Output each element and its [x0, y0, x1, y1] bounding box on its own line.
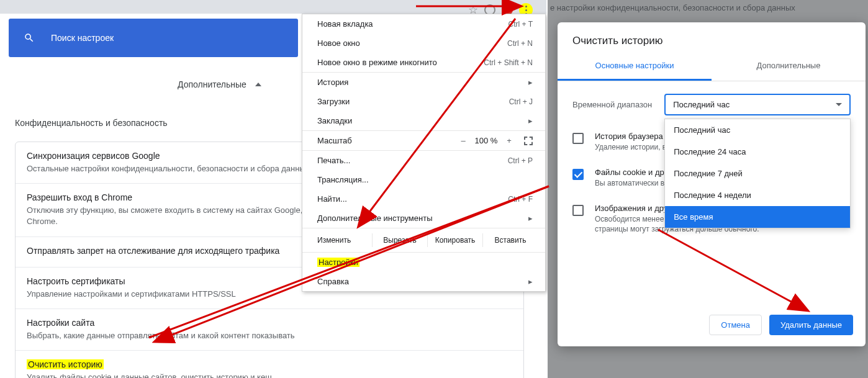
search-placeholder: Поиск настроек — [51, 33, 114, 43]
menu-history[interactable]: История▸ — [302, 73, 545, 92]
option-24h[interactable]: Последние 24 часа — [665, 141, 850, 163]
section-title: Конфиденциальность и безопасность — [15, 118, 168, 128]
option-4w[interactable]: Последние 4 недели — [665, 184, 850, 206]
menu-print[interactable]: Печать...Ctrl + P — [302, 151, 545, 170]
menu-zoom: Масштаб – 100 % + — [302, 131, 545, 150]
time-range-list: Последний час Последние 24 часа Последни… — [664, 119, 851, 228]
advanced-toggle[interactable]: Дополнительные — [178, 79, 261, 89]
checkbox-icon — [572, 205, 584, 216]
tab-basic[interactable]: Основные настройки — [558, 52, 712, 81]
chevron-right-icon: ▸ — [528, 277, 533, 286]
zoom-minus[interactable]: – — [456, 136, 471, 145]
menu-new-window[interactable]: Новое окноCtrl + N — [302, 34, 545, 53]
checkbox-icon-checked — [572, 169, 584, 180]
caret-up-icon — [255, 83, 261, 86]
menu-new-tab[interactable]: Новая вкладкаCtrl + T — [302, 14, 545, 34]
clear-history-dialog: Очистить историю Основные настройки Допо… — [558, 22, 866, 346]
menu-help[interactable]: Справка▸ — [302, 272, 545, 291]
menu-settings[interactable]: Настройки — [302, 253, 545, 272]
caret-down-icon — [836, 103, 842, 106]
chevron-right-icon: ▸ — [528, 214, 533, 223]
settings-row-site[interactable]: Настройки сайта Выбрать, какие данные от… — [16, 309, 523, 351]
menu-edit-row: Изменить Вырезать Копировать Вставить — [302, 228, 545, 252]
settings-row-clear[interactable]: Очистить историю Удалить файлы cookie и … — [16, 351, 523, 378]
menu-incognito[interactable]: Новое окно в режиме инкогнитоCtrl + Shif… — [302, 53, 545, 72]
browser-bar — [0, 0, 546, 14]
chrome-dropdown-menu: Новая вкладкаCtrl + T Новое окноCtrl + N… — [302, 14, 546, 292]
option-hour[interactable]: Последний час — [665, 119, 850, 141]
menu-downloads[interactable]: ЗагрузкиCtrl + J — [302, 92, 545, 111]
menu-paste[interactable]: Вставить — [482, 233, 538, 247]
search-icon — [24, 32, 35, 43]
menu-cut[interactable]: Вырезать — [372, 233, 427, 247]
settings-search-bar[interactable]: Поиск настроек — [9, 19, 298, 57]
menu-copy[interactable]: Копировать — [427, 233, 482, 247]
fullscreen-icon[interactable] — [524, 137, 533, 145]
time-range-dropdown[interactable]: Последний час — [664, 94, 851, 115]
dialog-title: Очистить историю — [558, 22, 866, 52]
zoom-plus[interactable]: + — [502, 136, 517, 145]
delete-data-button[interactable]: Удалить данные — [769, 315, 853, 335]
chevron-right-icon: ▸ — [528, 78, 533, 87]
tab-advanced[interactable]: Дополнительные — [712, 52, 866, 81]
menu-bookmarks[interactable]: Закладки▸ — [302, 111, 545, 130]
option-7d[interactable]: Последние 7 дней — [665, 163, 850, 184]
menu-tools[interactable]: Дополнительные инструменты▸ — [302, 209, 545, 228]
time-range-label: Временной диапазон — [572, 100, 652, 109]
menu-find[interactable]: Найти...Ctrl + F — [302, 189, 545, 209]
cancel-button[interactable]: Отмена — [709, 315, 762, 335]
chevron-right-icon: ▸ — [528, 116, 533, 125]
menu-cast[interactable]: Трансляция... — [302, 170, 545, 189]
option-all-time[interactable]: Все время — [665, 206, 850, 228]
checkbox-icon — [572, 133, 584, 144]
